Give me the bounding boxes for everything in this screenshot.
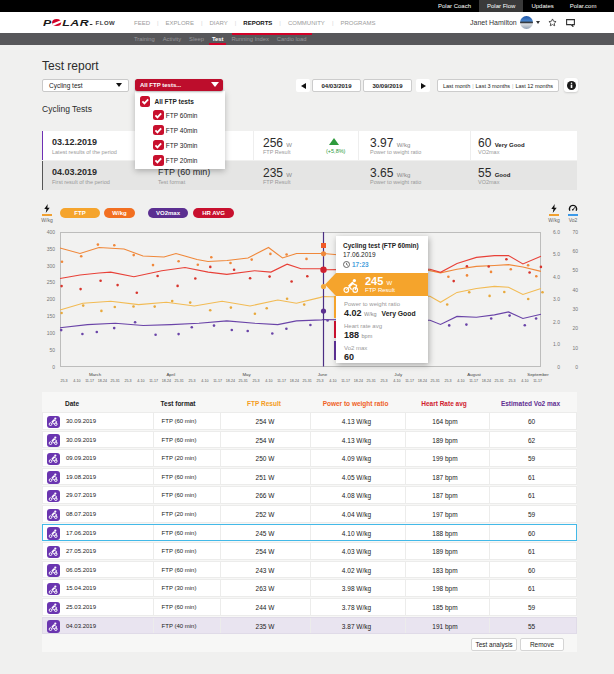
svg-text:May: May [242, 372, 251, 377]
svg-text:4-10: 4-10 [201, 379, 208, 383]
svg-text:11-17: 11-17 [405, 379, 414, 383]
svg-text:25-3: 25-3 [252, 379, 259, 383]
svg-text:4.0: 4.0 [553, 274, 560, 280]
svg-text:25-3: 25-3 [124, 379, 131, 383]
svg-text:4-10: 4-10 [137, 379, 144, 383]
svg-text:6.0: 6.0 [553, 229, 560, 235]
svg-text:11-17: 11-17 [85, 379, 94, 383]
svg-text:18-24: 18-24 [482, 379, 491, 383]
svg-text:5.0: 5.0 [553, 251, 560, 257]
svg-text:10: 10 [572, 345, 578, 351]
svg-text:25-31: 25-31 [111, 379, 120, 383]
svg-text:2.0: 2.0 [553, 319, 560, 325]
svg-text:0: 0 [557, 364, 560, 370]
svg-text:18-24: 18-24 [162, 379, 171, 383]
svg-text:400: 400 [47, 229, 56, 235]
svg-text:April: April [166, 372, 175, 377]
svg-text:350: 350 [47, 246, 56, 252]
svg-text:25-3: 25-3 [508, 379, 515, 383]
svg-text:25-31: 25-31 [431, 379, 440, 383]
svg-text:18-24: 18-24 [418, 379, 427, 383]
svg-text:18-24: 18-24 [354, 379, 363, 383]
svg-text:4-10: 4-10 [73, 379, 80, 383]
svg-text:30: 30 [572, 306, 578, 312]
svg-text:150: 150 [47, 313, 56, 319]
svg-text:25-3: 25-3 [316, 379, 323, 383]
svg-text:25-31: 25-31 [367, 379, 376, 383]
svg-text:July: July [394, 372, 403, 377]
svg-text:25-31: 25-31 [175, 379, 184, 383]
svg-text:25-31: 25-31 [495, 379, 504, 383]
svg-text:4-10: 4-10 [329, 379, 336, 383]
svg-text:50: 50 [572, 267, 578, 273]
svg-text:50: 50 [49, 347, 55, 353]
svg-text:25-3: 25-3 [380, 379, 387, 383]
svg-text:June: June [318, 372, 328, 377]
svg-text:100: 100 [47, 330, 56, 336]
svg-text:August: August [467, 372, 481, 377]
svg-text:18-24: 18-24 [290, 379, 299, 383]
svg-text:250: 250 [47, 279, 56, 285]
svg-text:4-10: 4-10 [265, 379, 272, 383]
svg-text:40: 40 [572, 287, 578, 293]
svg-text:March: March [89, 372, 102, 377]
svg-text:18-24: 18-24 [98, 379, 107, 383]
svg-text:25-31: 25-31 [239, 379, 248, 383]
svg-text:3.0: 3.0 [553, 296, 560, 302]
svg-text:11-17: 11-17 [149, 379, 158, 383]
svg-text:25-3: 25-3 [444, 379, 451, 383]
svg-text:300: 300 [47, 263, 56, 269]
svg-text:September: September [527, 372, 549, 377]
svg-text:20: 20 [572, 325, 578, 331]
svg-text:11-17: 11-17 [469, 379, 478, 383]
svg-text:25-3: 25-3 [60, 379, 67, 383]
svg-text:0: 0 [575, 364, 578, 370]
svg-text:4-10: 4-10 [393, 379, 400, 383]
svg-text:18-24: 18-24 [226, 379, 235, 383]
svg-text:70: 70 [572, 229, 578, 235]
svg-text:1.0: 1.0 [553, 341, 560, 347]
svg-text:4-10: 4-10 [521, 379, 528, 383]
svg-text:11-17: 11-17 [277, 379, 286, 383]
svg-text:25-31: 25-31 [303, 379, 312, 383]
svg-text:60: 60 [572, 248, 578, 254]
svg-text:25-3: 25-3 [188, 379, 195, 383]
svg-text:4-10: 4-10 [457, 379, 464, 383]
svg-text:11-17: 11-17 [341, 379, 350, 383]
svg-text:11-17: 11-17 [533, 379, 542, 383]
svg-text:200: 200 [47, 296, 56, 302]
svg-text:11-17: 11-17 [213, 379, 222, 383]
svg-text:0: 0 [52, 364, 55, 370]
